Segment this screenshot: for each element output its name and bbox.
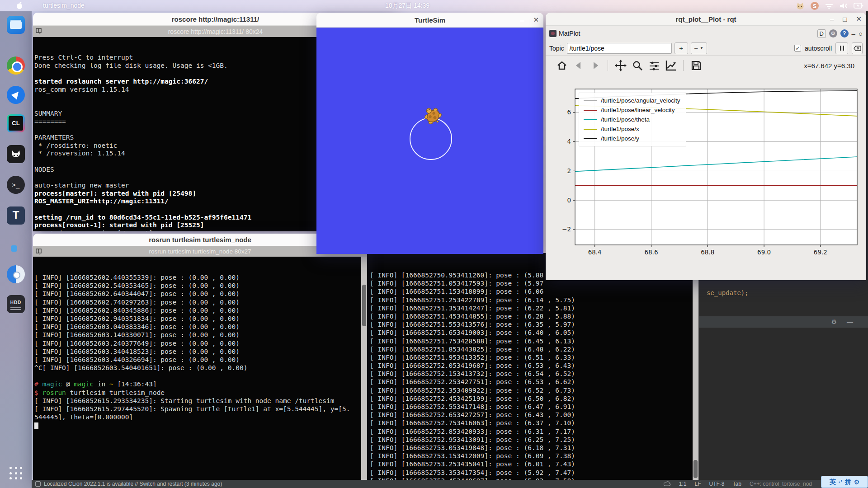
window-titlebar[interactable]: TurtleSim – ✕: [316, 13, 543, 28]
detach-button[interactable]: D: [817, 29, 826, 38]
system-menu-icon[interactable]: [15, 1, 24, 9]
clear-button[interactable]: [852, 42, 863, 54]
window-title: roscore http://magic:11311/: [172, 15, 259, 23]
launcher-grid-icon[interactable]: [9, 467, 23, 480]
gear-icon[interactable]: ⚙: [854, 479, 860, 486]
scrollbar-thumb[interactable]: [362, 285, 366, 326]
volume-icon[interactable]: [839, 2, 848, 9]
svg-text:6: 6: [567, 108, 571, 116]
split-pane-icon[interactable]: [36, 28, 42, 34]
topic-input[interactable]: /turtle1/pose: [567, 43, 672, 54]
autoscroll-checkbox[interactable]: ✓: [794, 45, 801, 52]
split-pane-icon[interactable]: [36, 249, 42, 255]
terminal-output: [ INFO] [1666852602.440355339]: pose : (…: [34, 273, 367, 430]
topic-label: Topic: [549, 45, 564, 52]
file-encoding[interactable]: UTF-8: [709, 481, 725, 487]
clion-tool-window-header: ⚙ —: [699, 316, 868, 328]
cat-app-icon[interactable]: [7, 145, 25, 163]
plot-figure[interactable]: 68.468.668.869.069.2−20246 /turtle1/pose…: [552, 83, 863, 261]
typora-icon[interactable]: T: [7, 206, 25, 225]
rqt-plot-window: rqt_plot__Plot - rqt – □ ✕ MatPlot D ⚙ ?…: [546, 13, 866, 280]
system-top-bar: turtlesim_node 10月27日 14:39 S: [0, 0, 868, 11]
minimize-button[interactable]: –: [830, 15, 834, 23]
minus-icon: −: [694, 44, 698, 52]
svg-text:4: 4: [567, 138, 571, 145]
svg-text:69.2: 69.2: [814, 249, 827, 256]
float-button[interactable]: ○: [859, 30, 863, 38]
window-title: TurtleSim: [415, 16, 445, 24]
save-icon[interactable]: [690, 60, 702, 72]
clear-backspace-icon: [854, 46, 861, 51]
close-button[interactable]: ✕: [856, 15, 862, 23]
input-method-badge[interactable]: 英 ·' 拼 ⚙: [821, 476, 868, 488]
clion-icon[interactable]: CL: [7, 114, 25, 132]
tab-title: roscore http://magic:11311/ 80x24: [168, 28, 263, 35]
pause-icon: [840, 46, 844, 51]
minimize-button[interactable]: –: [520, 16, 524, 24]
control-center-icon[interactable]: [7, 265, 25, 283]
terminal-app-icon[interactable]: >_: [7, 176, 25, 194]
scrollbar[interactable]: [693, 253, 698, 480]
forward-icon[interactable]: [589, 60, 601, 72]
line-separator[interactable]: LF: [695, 481, 701, 487]
resolve-context[interactable]: C++: control_tortoise_nod: [750, 481, 812, 487]
file-manager-icon[interactable]: [7, 16, 25, 34]
remove-topic-button[interactable]: − ▼: [691, 42, 707, 54]
pan-icon[interactable]: [614, 60, 627, 72]
rosrun-terminal-window: rosrun turtlesim turtlesim_node rosrun t…: [33, 234, 367, 480]
scrollbar[interactable]: [361, 257, 367, 480]
svg-text:S: S: [813, 3, 817, 9]
s-badge-icon[interactable]: S: [810, 1, 819, 10]
svg-text:−2: −2: [562, 225, 571, 233]
hdd-tool-icon[interactable]: HDD: [7, 295, 25, 313]
home-icon[interactable]: [556, 60, 568, 72]
clock[interactable]: 10月27日 14:39: [385, 2, 429, 10]
chevron-down-icon: ▼: [700, 46, 703, 50]
svg-text:68.6: 68.6: [644, 249, 658, 256]
clion-code-fragment: se_update);: [707, 289, 749, 296]
cloud-sync-icon[interactable]: [664, 481, 671, 487]
cat-icon[interactable]: [796, 2, 805, 10]
terminal-output: [ INFO] [1666852750.953411260]: pose : (…: [370, 271, 698, 488]
svg-text:69.0: 69.0: [757, 249, 771, 256]
close-button[interactable]: ✕: [533, 16, 539, 24]
gear-icon[interactable]: ⚙: [831, 318, 837, 325]
customize-icon[interactable]: [665, 60, 677, 72]
turtle-icon: [421, 104, 444, 127]
app-store-icon[interactable]: [7, 86, 25, 104]
turtle-trajectory: [316, 28, 543, 254]
indent-style[interactable]: Tab: [733, 481, 741, 487]
dock: CL >_ T HDD: [0, 11, 32, 488]
tab-title: rosrun turtlesim turtlesim_node 80x27: [149, 248, 251, 255]
battery-icon[interactable]: [854, 2, 863, 9]
wifi-icon[interactable]: [825, 2, 834, 9]
scrollbar-thumb[interactable]: [693, 460, 698, 478]
pause-button[interactable]: [835, 42, 848, 54]
settings-gear-icon[interactable]: ⚙: [829, 29, 837, 38]
zoom-icon[interactable]: [631, 60, 643, 72]
ime-pinyin-label: 拼: [845, 478, 851, 486]
collapse-button[interactable]: –: [852, 30, 855, 38]
subplots-icon[interactable]: [648, 60, 660, 72]
mini-app-icon[interactable]: [11, 245, 17, 252]
window-title: rqt_plot__Plot - rqt: [675, 15, 736, 23]
back-icon[interactable]: [572, 60, 585, 72]
toolbar-separator: [683, 60, 684, 71]
add-topic-button[interactable]: +: [675, 42, 688, 54]
clion-status-bar: Localized CLion 2022.1.1 is available //…: [32, 480, 868, 488]
window-titlebar[interactable]: rqt_plot__Plot - rqt – □ ✕: [546, 13, 866, 26]
caret-position[interactable]: 1:1: [679, 481, 687, 487]
status-message[interactable]: Localized CLion 2022.1.1 is available //…: [44, 481, 222, 487]
matplot-plugin-icon: [549, 30, 557, 37]
maximize-button[interactable]: □: [843, 15, 847, 23]
minimize-icon[interactable]: —: [847, 318, 853, 325]
cursor-readout: x=67.642 y=6.30: [804, 62, 856, 70]
ime-marks: ·': [839, 479, 842, 486]
svg-text:2: 2: [567, 167, 571, 174]
svg-text:68.8: 68.8: [701, 249, 714, 256]
ime-en-label: 英: [830, 478, 836, 486]
help-icon[interactable]: ?: [840, 29, 849, 38]
active-app-title: turtlesim_node: [43, 2, 85, 9]
chrome-browser-icon[interactable]: [7, 56, 25, 75]
terminal-content: [ INFO] [1666852602.440355339]: pose : (…: [33, 257, 367, 480]
